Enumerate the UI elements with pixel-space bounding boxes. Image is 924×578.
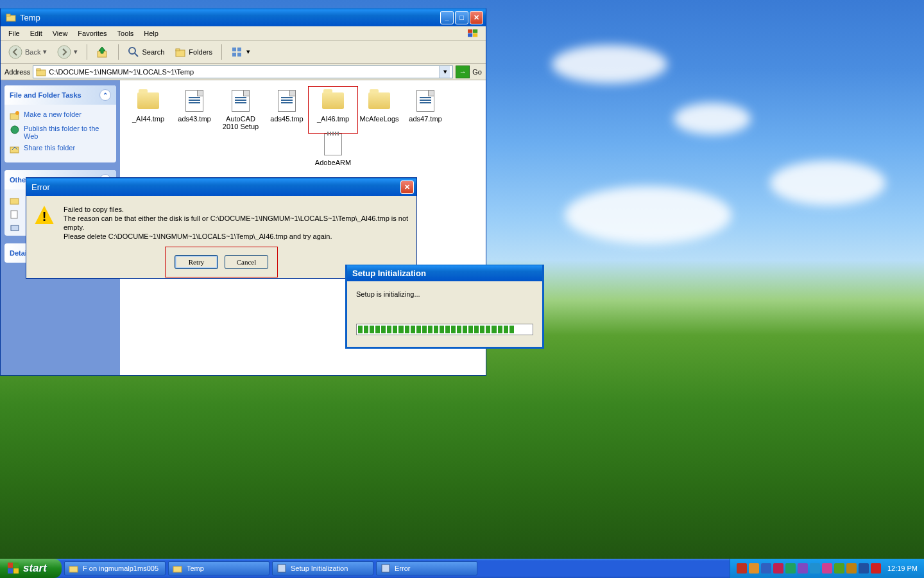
new-folder-icon <box>10 110 20 121</box>
go-button[interactable]: → <box>456 66 470 78</box>
file-label: ads47.tmp <box>409 115 441 123</box>
address-input[interactable]: C:\DOCUME~1\INGMUM~1\LOCALS~1\Temp ▾ <box>33 66 453 78</box>
tray-icon[interactable] <box>871 563 881 574</box>
file-item[interactable]: ads43.tmp <box>171 88 218 132</box>
setup-titlebar[interactable]: Setup Initialization <box>347 265 542 281</box>
task-share[interactable]: Share this folder <box>10 142 111 156</box>
minimize-button[interactable]: _ <box>440 11 454 24</box>
tray-icon[interactable] <box>761 563 771 574</box>
svg-rect-12 <box>176 49 180 51</box>
task-new-folder[interactable]: Make a new folder <box>10 109 111 123</box>
tray-icon[interactable] <box>785 563 796 574</box>
file-label: McAfeeLogs <box>359 115 398 123</box>
file-item[interactable]: AdobeARM <box>310 132 356 168</box>
close-button[interactable]: ✕ <box>400 180 414 194</box>
error-line3: Please delete C:\DOCUME~1\INGMUM~1\LOCAL… <box>64 232 409 241</box>
menubar: File Edit View Favorites Tools Help <box>1 26 486 40</box>
tasks-panel-header[interactable]: File and Folder Tasks ⌃ <box>4 85 116 105</box>
retry-button[interactable]: Retry <box>175 255 218 269</box>
tray-icon[interactable] <box>822 563 832 574</box>
cancel-button[interactable]: Cancel <box>225 255 268 269</box>
progress-segment <box>480 326 484 333</box>
close-button[interactable]: ✕ <box>470 11 483 24</box>
folder-icon <box>321 89 345 112</box>
progress-segment <box>411 326 415 333</box>
tray-icon[interactable] <box>798 563 808 574</box>
tray-icon[interactable] <box>810 563 820 574</box>
file-item[interactable]: ads45.tmp <box>264 88 310 132</box>
start-button[interactable]: start <box>0 559 62 578</box>
taskbar-button-label: Temp <box>187 565 204 572</box>
file-item[interactable]: ads47.tmp <box>402 88 449 132</box>
windows-logo-icon <box>463 28 483 39</box>
taskbar-button[interactable]: Temp <box>168 561 270 575</box>
tray-icon[interactable] <box>773 563 783 574</box>
cloud-decoration <box>770 161 886 206</box>
progress-segment <box>474 326 479 333</box>
maximize-button[interactable]: □ <box>455 11 468 24</box>
address-dropdown[interactable]: ▾ <box>440 66 450 78</box>
tray-icon[interactable] <box>749 563 759 574</box>
views-button[interactable]: ▾ <box>227 44 254 60</box>
progress-segment <box>521 326 526 333</box>
taskbar-button[interactable]: Setup Initialization <box>272 561 373 575</box>
tray-icon[interactable] <box>846 563 857 574</box>
folders-button[interactable]: Folders <box>171 44 216 60</box>
progress-segment <box>468 326 473 333</box>
menu-favorites[interactable]: Favorites <box>73 28 112 39</box>
documents-icon <box>10 209 20 220</box>
folder-icon <box>137 89 160 112</box>
cloud-decoration <box>552 45 667 83</box>
system-tray[interactable]: 12:19 PM <box>730 559 924 578</box>
progress-segment <box>375 326 380 333</box>
tasks-panel: File and Folder Tasks ⌃ Make a new folde… <box>4 85 116 162</box>
file-icon <box>275 89 298 112</box>
search-icon <box>128 46 139 58</box>
txt-icon <box>321 133 345 156</box>
error-titlebar[interactable]: Error ✕ <box>26 178 416 196</box>
setup-dialog: Setup Initialization Setup is initializi… <box>345 265 544 349</box>
svg-rect-15 <box>232 53 236 57</box>
back-button[interactable]: Back ▾ <box>4 42 51 62</box>
progress-segment <box>381 326 386 333</box>
up-button[interactable] <box>92 43 113 61</box>
tray-icon[interactable] <box>859 563 869 574</box>
menu-edit[interactable]: Edit <box>25 28 47 39</box>
tray-icon[interactable] <box>737 563 747 574</box>
progress-segment <box>504 326 508 333</box>
search-button[interactable]: Search <box>124 44 168 60</box>
svg-rect-13 <box>232 48 236 51</box>
task-publish[interactable]: Publish this folder to the Web <box>10 123 111 142</box>
menu-file[interactable]: File <box>3 28 25 39</box>
folders-icon <box>175 46 186 58</box>
folder-icon <box>36 67 46 77</box>
svg-rect-25 <box>11 225 19 231</box>
forward-button[interactable]: ▾ <box>53 42 81 62</box>
file-item[interactable]: _AI44.tmp <box>125 88 171 132</box>
share-icon <box>10 144 20 154</box>
svg-rect-14 <box>237 48 241 51</box>
explorer-titlebar[interactable]: Temp _ □ ✕ <box>1 8 486 26</box>
tray-icon[interactable] <box>834 563 844 574</box>
file-item[interactable]: _AI46.tmp <box>310 88 356 132</box>
chevron-down-icon: ▾ <box>74 48 78 56</box>
menu-view[interactable]: View <box>47 28 73 39</box>
svg-rect-26 <box>8 563 13 568</box>
svg-rect-32 <box>278 565 286 572</box>
svg-point-21 <box>11 126 19 134</box>
svg-line-10 <box>135 53 138 57</box>
svg-rect-2 <box>468 29 472 33</box>
menu-help[interactable]: Help <box>139 28 164 39</box>
file-item[interactable]: McAfeeLogs <box>356 88 402 132</box>
progress-segment <box>492 326 496 333</box>
task-label: Share this folder <box>24 144 75 152</box>
file-item[interactable]: AutoCAD 2010 Setup <box>218 88 264 132</box>
taskbar-app-icon <box>173 563 183 574</box>
computer-icon <box>10 223 20 234</box>
menu-tools[interactable]: Tools <box>112 28 139 39</box>
progress-segment <box>515 326 520 333</box>
taskbar-button[interactable]: F on ingmumalp1ms005 <box>64 561 166 575</box>
taskbar-app-icon <box>277 563 287 574</box>
taskbar-button[interactable]: Error <box>376 561 477 575</box>
svg-rect-33 <box>382 565 389 572</box>
